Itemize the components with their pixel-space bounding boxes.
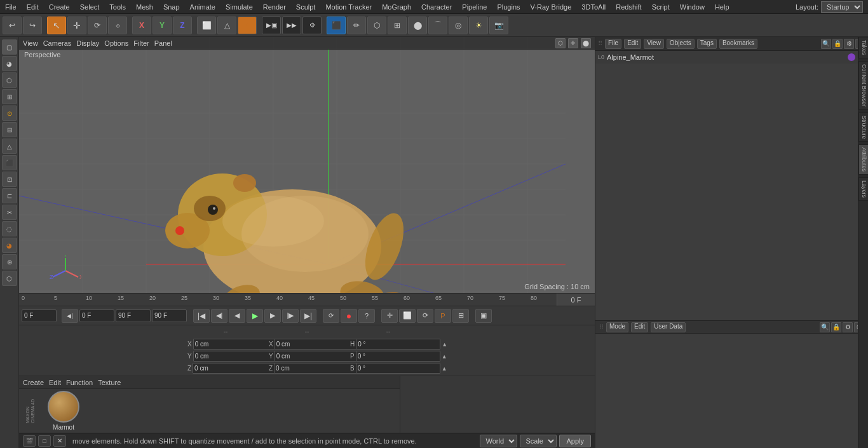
next-key-btn[interactable]: |▶: [282, 309, 299, 323]
menu-motion-tracker[interactable]: Motion Tracker: [320, 2, 377, 12]
redo-button[interactable]: ↪: [23, 17, 42, 34]
vtab-takes[interactable]: Takes: [858, 37, 868, 58]
sidebar-paint2-btn[interactable]: ◕: [2, 238, 17, 253]
end-frame-input2[interactable]: [152, 309, 187, 322]
object-mode-button[interactable]: ⬜: [197, 17, 216, 34]
sidebar-fill-btn[interactable]: ⬡: [2, 271, 17, 286]
status-icon-1[interactable]: 🎬: [23, 435, 36, 447]
menu-help[interactable]: Help: [710, 2, 735, 12]
mat-tab-texture[interactable]: Texture: [98, 379, 121, 386]
vtab-layers[interactable]: Layers: [858, 177, 868, 201]
mat-tab-edit[interactable]: Edit: [49, 379, 61, 386]
settings-icon[interactable]: ⚙: [844, 39, 854, 49]
help-btn[interactable]: ?: [358, 309, 375, 323]
end-frame-input[interactable]: [116, 309, 151, 322]
current-frame-input[interactable]: [79, 309, 114, 322]
loop-btn[interactable]: ⟳: [323, 309, 339, 323]
sidebar-sym-btn[interactable]: ⊟: [2, 122, 17, 137]
vtab-structure[interactable]: Structure: [858, 112, 868, 142]
viewport-menu-cameras[interactable]: Cameras: [43, 39, 72, 47]
attrs-settings-icon[interactable]: ⚙: [843, 322, 853, 332]
material-item-marmot[interactable]: Marmot: [44, 391, 83, 431]
sidebar-knife-btn[interactable]: ✂: [2, 205, 17, 220]
rotate-tool-button[interactable]: ⟳: [88, 17, 107, 34]
sidebar-grid-btn[interactable]: ⊞: [2, 89, 17, 104]
select-tool-button[interactable]: ↖: [47, 17, 66, 34]
menu-render[interactable]: Render: [258, 2, 291, 12]
menu-mograph[interactable]: MoGraph: [377, 2, 416, 12]
world-dropdown[interactable]: World: [480, 435, 517, 447]
bookmarks-btn[interactable]: Bookmarks: [719, 39, 757, 49]
viewport-menu-filter[interactable]: Filter: [133, 39, 149, 47]
viewport-menu-view[interactable]: View: [23, 39, 38, 47]
menu-create[interactable]: Create: [44, 2, 75, 12]
p-rot-arrow[interactable]: ▲: [442, 353, 447, 360]
menu-tools[interactable]: Tools: [104, 2, 131, 12]
sidebar-smooth-btn[interactable]: ⊛: [2, 254, 17, 269]
object-row[interactable]: L0 Alpine_Marmot: [595, 51, 868, 64]
cube-button[interactable]: ⬛: [327, 17, 346, 34]
scale-tool-button[interactable]: ⟐: [108, 17, 127, 34]
z-size-input[interactable]: [274, 363, 358, 374]
pen-button[interactable]: ✏: [347, 17, 366, 34]
menu-simulate[interactable]: Simulate: [220, 2, 258, 12]
viewport[interactable]: View Cameras Display Options Filter Pane…: [19, 37, 595, 293]
scale-dropdown[interactable]: Scale: [520, 435, 557, 447]
move-tool-button[interactable]: ✛: [67, 17, 86, 34]
timeline[interactable]: 0 5 10 15 20 25 30 35 40 45 50 55 60 65 …: [19, 293, 595, 306]
camera-button[interactable]: 📷: [489, 17, 508, 34]
viewport-maximize-btn[interactable]: ⬡: [555, 38, 566, 48]
goto-end-btn[interactable]: ▶|: [300, 309, 316, 323]
search-icon[interactable]: 🔍: [821, 39, 831, 49]
h-rot-input[interactable]: [356, 339, 440, 350]
play-btn[interactable]: ▶: [247, 309, 263, 323]
sidebar-cube-btn[interactable]: ⬛: [2, 155, 17, 170]
next-frame-btn[interactable]: ▶: [264, 309, 281, 323]
x-size-input[interactable]: [275, 339, 359, 350]
attrs-lock-icon[interactable]: 🔒: [831, 322, 841, 332]
menu-snap[interactable]: Snap: [158, 2, 185, 12]
edit-attr-btn[interactable]: Edit: [631, 322, 648, 332]
key-btn[interactable]: ⬜: [399, 309, 416, 323]
menu-select[interactable]: Select: [75, 2, 105, 12]
sidebar-connect-btn[interactable]: ⊏: [2, 188, 17, 203]
x-axis-button[interactable]: X: [132, 17, 151, 34]
render-all-button[interactable]: ▶▶: [282, 17, 301, 34]
mat-tab-function[interactable]: Function: [66, 379, 93, 386]
menu-3dto[interactable]: 3DToAll: [576, 2, 611, 12]
menu-mesh[interactable]: Mesh: [131, 2, 158, 12]
y-size-input[interactable]: [275, 351, 359, 362]
light-button[interactable]: ☀: [469, 17, 488, 34]
menu-pipeline[interactable]: Pipeline: [457, 2, 492, 12]
render-key-btn[interactable]: ▣: [475, 309, 492, 323]
p-rot-input[interactable]: [356, 351, 440, 362]
sidebar-bezier-btn[interactable]: △: [2, 139, 17, 154]
menu-sculpt[interactable]: Sculpt: [291, 2, 321, 12]
viewport-settings-btn[interactable]: ⬤: [581, 38, 591, 48]
point-mode-button[interactable]: •: [238, 17, 257, 34]
status-icon-2[interactable]: □: [38, 435, 51, 447]
view-btn[interactable]: View: [644, 39, 664, 49]
menu-animate[interactable]: Animate: [185, 2, 220, 12]
start-frame-input[interactable]: [22, 309, 57, 322]
edge-mode-button[interactable]: △: [217, 17, 236, 34]
material-button[interactable]: ◎: [449, 17, 468, 34]
y-axis-button[interactable]: Y: [153, 17, 172, 34]
spline-button[interactable]: ⌒: [428, 17, 447, 34]
lock-icon[interactable]: 🔒: [832, 39, 843, 49]
current-frame-display[interactable]: 0 F: [557, 294, 595, 306]
sidebar-paint-btn[interactable]: ◌: [2, 221, 17, 236]
rot-key-btn[interactable]: ⟳: [417, 309, 433, 323]
object-dot-purple[interactable]: [848, 53, 855, 61]
x-pos-input[interactable]: [193, 339, 278, 350]
edit-btn[interactable]: Edit: [624, 39, 641, 49]
vtab-attributes[interactable]: Attributes: [858, 144, 868, 175]
menu-file[interactable]: File: [0, 2, 22, 12]
mat-tab-create[interactable]: Create: [23, 379, 44, 386]
vtab-content-browser[interactable]: Content Browser: [858, 61, 868, 110]
record-btn[interactable]: ●: [341, 309, 357, 323]
prev-frame-jump-btn[interactable]: ◀|: [62, 309, 78, 323]
menu-edit[interactable]: Edit: [22, 2, 44, 12]
z-pos-input[interactable]: [193, 363, 277, 374]
sidebar-texture-btn[interactable]: ◕: [2, 56, 17, 71]
